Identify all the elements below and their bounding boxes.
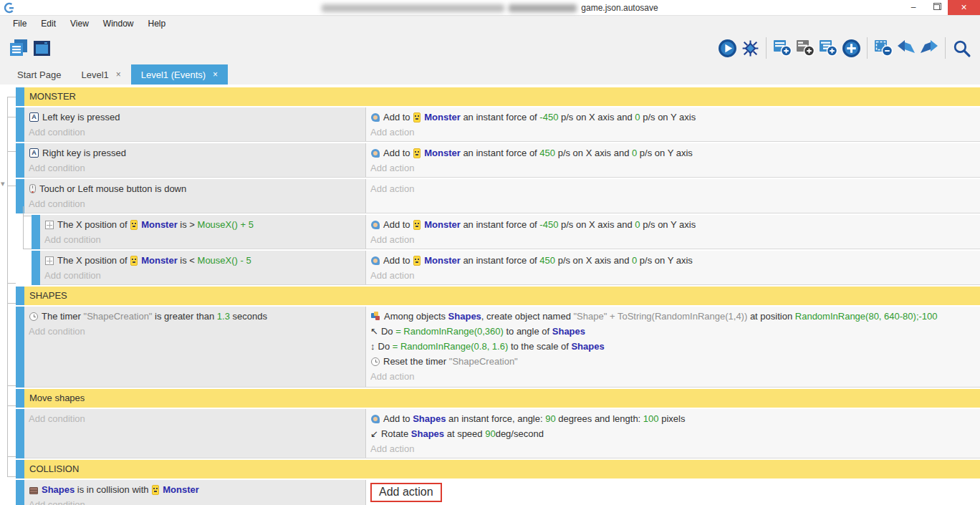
event-selection-bar[interactable] <box>32 215 40 249</box>
menu-window[interactable]: Window <box>96 16 141 32</box>
comment-row: MONSTER <box>16 87 980 106</box>
actions-cell[interactable]: Add action <box>365 480 980 505</box>
event-selection-bar[interactable] <box>16 480 24 505</box>
action-line[interactable]: Rotate Shapes at speed 90deg/second <box>370 426 980 441</box>
redo-icon[interactable] <box>918 36 941 60</box>
tab-close-icon[interactable]: × <box>116 69 121 80</box>
add-condition-button[interactable]: Add condition <box>29 125 365 140</box>
add-action-button[interactable]: Add action <box>370 441 980 456</box>
add-new-icon[interactable] <box>840 36 863 60</box>
add-action-highlighted-button[interactable]: Add action <box>370 483 442 502</box>
add-comment-icon[interactable] <box>794 36 817 60</box>
conditions-cell[interactable]: Touch or Left mouse button is down Add c… <box>24 179 365 213</box>
add-action-button[interactable]: Add action <box>370 181 980 196</box>
condition-line[interactable]: The timer "ShapeCreation" is greater tha… <box>29 309 365 324</box>
add-event-icon[interactable] <box>771 36 794 60</box>
add-condition-button[interactable]: Add condition <box>29 324 365 339</box>
actions-cell[interactable]: Add to Monster an instant force of -450 … <box>365 107 980 141</box>
actions-cell[interactable]: Add to Shapes an instant force, angle: 9… <box>365 409 980 458</box>
menu-edit[interactable]: Edit <box>34 16 63 32</box>
menu-file[interactable]: File <box>6 16 34 32</box>
action-line[interactable]: Add to Monster an instant force of 450 p… <box>370 145 980 160</box>
play-icon[interactable] <box>716 36 739 60</box>
action-line[interactable]: Reset the timer "ShapeCreation" <box>370 354 980 369</box>
conditions-cell[interactable]: Add condition <box>24 409 365 458</box>
event-selection-bar[interactable] <box>16 107 24 142</box>
actions-cell[interactable]: Add to Monster an instant force of -450 … <box>365 215 980 249</box>
tab-level1-events[interactable]: Level1 (Events) × <box>131 64 228 85</box>
conditions-cell[interactable]: Left key is pressed Add condition <box>24 107 365 141</box>
tab-start-page[interactable]: Start Page <box>7 64 71 85</box>
event-selection-bar[interactable] <box>16 409 24 458</box>
actions-cell[interactable]: Add to Monster an instant force of 450 p… <box>365 143 980 177</box>
add-subevent-icon[interactable] <box>817 36 840 60</box>
mouse-icon <box>29 184 36 193</box>
event-row: The timer "ShapeCreation" is greater tha… <box>16 307 980 388</box>
comment-text[interactable]: MONSTER <box>24 87 980 106</box>
actions-cell[interactable]: Add to Monster an instant force of 450 p… <box>365 251 980 284</box>
condition-line[interactable]: Shapes is in collision with Monster <box>29 482 365 497</box>
add-condition-button[interactable]: Add condition <box>44 232 365 247</box>
remove-event-icon[interactable] <box>872 36 895 60</box>
debug-icon[interactable] <box>739 36 762 60</box>
add-condition-button[interactable]: Add condition <box>29 411 365 426</box>
add-action-button[interactable]: Add action <box>370 369 980 384</box>
conditions-cell[interactable]: The timer "ShapeCreation" is greater tha… <box>24 307 365 387</box>
condition-line[interactable]: Touch or Left mouse button is down <box>29 181 365 196</box>
action-line[interactable]: Do = RandomInRange(0.8, 1.6) to the scal… <box>370 339 980 354</box>
comment-text[interactable]: SHAPES <box>24 287 980 305</box>
collapse-arrow-icon[interactable]: ▾ <box>1 180 5 187</box>
project-manager-icon[interactable] <box>7 36 30 60</box>
condition-line[interactable]: Left key is pressed <box>29 110 365 125</box>
actions-cell[interactable]: Among objects Shapes, create object name… <box>365 307 980 387</box>
add-condition-button[interactable]: Add condition <box>29 497 365 505</box>
event-selection-bar[interactable] <box>16 287 24 305</box>
comment-text[interactable]: Move shapes <box>24 389 980 408</box>
scene-editor-icon[interactable] <box>30 36 53 60</box>
action-line[interactable]: Add to Monster an instant force of -450 … <box>370 110 980 125</box>
add-action-button[interactable]: Add action <box>370 268 980 283</box>
tree-connector-line <box>7 456 16 457</box>
condition-line[interactable]: The X position of Monster is < MouseX() … <box>44 253 365 268</box>
condition-line[interactable]: Right key is pressed <box>29 145 365 160</box>
tree-connector-line <box>23 206 24 249</box>
tab-level1[interactable]: Level1 × <box>71 64 130 85</box>
event-selection-bar[interactable] <box>16 389 24 408</box>
add-action-button[interactable]: Add action <box>370 125 980 140</box>
conditions-cell[interactable]: Shapes is in collision with Monster Add … <box>24 480 365 505</box>
menu-help[interactable]: Help <box>141 16 173 32</box>
action-line[interactable]: Add to Shapes an instant force, angle: 9… <box>370 411 980 426</box>
add-action-button[interactable]: Add action <box>370 232 980 247</box>
action-line[interactable]: Add to Monster an instant force of 450 p… <box>370 253 980 268</box>
tab-close-icon[interactable]: × <box>213 69 218 80</box>
tree-connector-line <box>7 97 16 97</box>
event-selection-bar[interactable] <box>16 307 24 388</box>
event-selection-bar[interactable] <box>32 251 40 285</box>
minimize-icon[interactable]: – <box>902 0 925 15</box>
add-action-button[interactable]: Add action <box>370 160 980 175</box>
add-condition-button[interactable]: Add condition <box>29 160 365 175</box>
event-selection-bar[interactable] <box>16 143 24 178</box>
actions-cell[interactable]: Add action <box>365 179 980 213</box>
menu-view[interactable]: View <box>63 16 96 32</box>
undo-icon[interactable] <box>895 36 918 60</box>
restore-icon[interactable] <box>925 0 948 15</box>
action-line[interactable]: Add to Monster an instant force of -450 … <box>370 217 980 232</box>
event-selection-bar[interactable] <box>16 460 24 478</box>
event-selection-bar[interactable] <box>16 87 24 106</box>
add-condition-button[interactable]: Add condition <box>29 196 365 211</box>
search-icon[interactable] <box>950 36 973 60</box>
monster-icon <box>130 220 138 230</box>
force-icon <box>371 149 380 158</box>
conditions-cell[interactable]: Right key is pressed Add condition <box>24 143 365 177</box>
action-line[interactable]: Among objects Shapes, create object name… <box>370 309 980 324</box>
add-condition-button[interactable]: Add condition <box>44 268 365 283</box>
conditions-cell[interactable]: The X position of Monster is > MouseX() … <box>40 215 365 249</box>
conditions-cell[interactable]: The X position of Monster is < MouseX() … <box>40 251 365 284</box>
action-line[interactable]: Do = RandomInRange(0,360) to angle of Sh… <box>370 324 980 339</box>
position-icon <box>45 221 54 229</box>
force-icon <box>371 113 380 122</box>
comment-text[interactable]: COLLISION <box>24 460 980 478</box>
condition-line[interactable]: The X position of Monster is > MouseX() … <box>44 217 365 232</box>
close-icon[interactable]: × <box>948 0 980 15</box>
